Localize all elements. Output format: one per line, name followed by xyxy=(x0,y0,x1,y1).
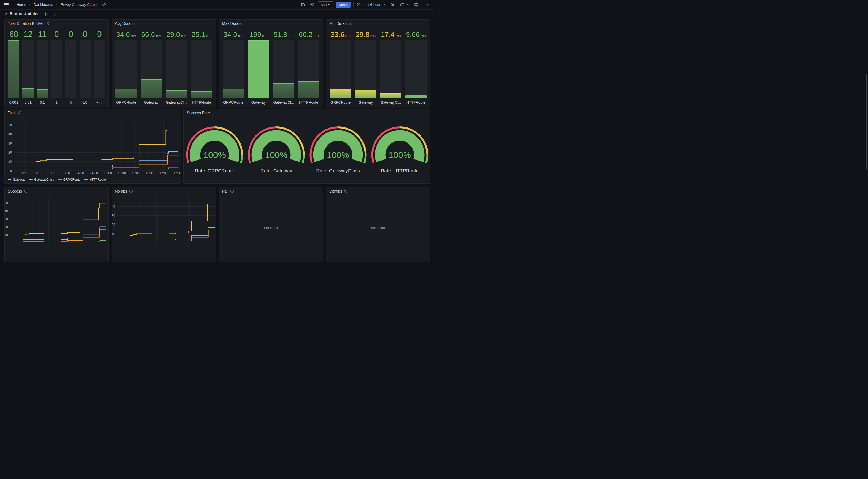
breadcrumb-separator: › xyxy=(56,3,58,7)
breadcrumb-dashboards[interactable]: Dashboards xyxy=(34,3,53,7)
hamburger-menu-icon[interactable] xyxy=(3,2,9,8)
bar-track xyxy=(191,40,212,98)
nav-collapse-chevron-icon[interactable] xyxy=(425,2,431,8)
x-axis-tick-label: 12:00 xyxy=(20,171,28,175)
bar-cap xyxy=(330,89,351,89)
panel-title[interactable]: Min Duration xyxy=(330,22,350,26)
refresh-interval-chevron-icon[interactable] xyxy=(407,2,410,8)
bar-cap xyxy=(380,93,401,94)
y-axis-tick-label: 0 xyxy=(10,169,12,173)
success-timeseries-chart[interactable]: 1020304050 xyxy=(5,187,108,240)
time-range-picker[interactable]: Last 6 hours xyxy=(356,3,387,7)
refresh-icon[interactable] xyxy=(399,2,405,8)
panel-title[interactable]: Success Rate xyxy=(187,111,210,115)
bar-track xyxy=(141,40,162,98)
bar-fill xyxy=(80,98,90,98)
bar-value: 34.0ms xyxy=(223,27,244,38)
info-icon[interactable] xyxy=(18,111,22,114)
bar-cell: 29.0msGatewayCl... xyxy=(166,27,187,105)
gauge-value: 100% xyxy=(389,150,411,160)
legend-swatch xyxy=(29,179,33,180)
bar-cap xyxy=(248,40,269,41)
legend-label: HTTPRoute xyxy=(89,178,106,181)
save-dashboard-icon[interactable] xyxy=(300,2,306,8)
panel-title[interactable]: Avg Duration xyxy=(115,22,137,26)
panel-title[interactable]: Fail xyxy=(222,189,228,193)
legend-item-gateway[interactable]: Gateway xyxy=(8,178,25,181)
bar-cell: 120.01 xyxy=(23,27,33,105)
row-collapse-chevron-icon[interactable] xyxy=(4,13,7,15)
bar-cell: 66.6msGateway xyxy=(141,27,162,105)
bar-value-unit: ms xyxy=(262,34,268,38)
total-timeseries-chart[interactable]: 0102030405012:0012:3013:0013:3014:0014:3… xyxy=(5,109,181,183)
y-axis-tick-label: 20 xyxy=(5,225,8,229)
bar-cell: 0+Inf xyxy=(94,27,105,105)
legend-item-grpcroute[interactable]: GRPCRoute xyxy=(58,178,81,181)
legend-item-httproute[interactable]: HTTPRoute xyxy=(84,178,106,181)
row-title[interactable]: Status Updater xyxy=(9,12,39,16)
y-axis-tick-label: 40 xyxy=(112,205,115,208)
bar-fill xyxy=(380,93,401,98)
panel-title[interactable]: Max Duration xyxy=(222,22,244,26)
bar-category-label: GatewayCl... xyxy=(166,98,187,105)
panel-conflict: Conflict No data xyxy=(326,187,430,240)
bar-category-label: +Inf xyxy=(94,98,105,105)
x-axis-tick-label: 17:00 xyxy=(159,171,167,175)
favorite-star-icon[interactable] xyxy=(101,2,107,8)
bar-category-label: HTTPRoute xyxy=(191,98,212,105)
bar-value: 12 xyxy=(23,27,33,38)
bar-cell: 199msGateway xyxy=(248,27,269,105)
info-icon[interactable] xyxy=(45,22,49,25)
row-header: Status Updater xyxy=(4,11,58,17)
info-icon[interactable] xyxy=(230,190,234,193)
panel-title[interactable]: Conflict xyxy=(330,189,342,193)
info-icon[interactable] xyxy=(344,190,347,193)
panel-title[interactable]: Success xyxy=(8,189,22,193)
bar-gauge-max-duration: 34.0msGRPCRoute199msGateway51.8msGateway… xyxy=(223,27,319,105)
bar-cap xyxy=(116,89,137,89)
bar-cap xyxy=(355,90,376,90)
bar-gauge-min-duration: 33.6msGRPCRoute29.8msGateway17.4msGatewa… xyxy=(330,27,427,105)
bar-value: 199ms xyxy=(248,27,269,38)
bar-fill xyxy=(330,89,351,98)
panel-success: Success 1020304050 xyxy=(4,187,109,240)
bar-value: 33.6ms xyxy=(330,27,351,38)
breadcrumb-home[interactable]: Home xyxy=(17,3,26,7)
chart-legend: GatewayGatewayClassGRPCRouteHTTPRoute xyxy=(8,178,106,181)
bar-cap xyxy=(8,40,19,41)
bar-category-label: GRPCRoute xyxy=(330,98,351,105)
success-rate-gauges: 100%Rate: GRPCRoute100%Rate: Gateway100%… xyxy=(184,109,430,183)
bar-cap xyxy=(141,79,162,80)
series-line-grpcroute xyxy=(166,168,179,169)
zoom-out-time-icon[interactable] xyxy=(390,2,396,8)
bar-cell: 51.8msGatewayCl... xyxy=(273,27,294,105)
noops-timeseries-chart[interactable]: 10203040 xyxy=(112,187,216,240)
info-icon[interactable] xyxy=(24,190,28,193)
bar-cell: 33.6msGRPCRoute xyxy=(330,27,351,105)
row-settings-gear-icon[interactable] xyxy=(43,11,49,17)
bar-track xyxy=(80,40,90,98)
add-button[interactable]: Add xyxy=(318,1,333,8)
panel-title[interactable]: No-ops xyxy=(115,189,127,193)
row-delete-trash-icon[interactable] xyxy=(52,11,58,17)
bar-track xyxy=(23,40,33,98)
series-line-httproute xyxy=(23,230,106,240)
bar-category-label: 1 xyxy=(51,98,62,105)
add-button-label: Add xyxy=(320,3,327,7)
dashboard-settings-gear-icon[interactable] xyxy=(309,2,315,8)
info-icon[interactable] xyxy=(129,190,133,193)
bar-cell: 29.8msGateway xyxy=(355,27,376,105)
share-button[interactable]: Share xyxy=(336,2,350,8)
panel-fail: Fail No data xyxy=(219,187,323,240)
bar-cap xyxy=(94,98,105,98)
bar-fill xyxy=(23,88,33,98)
tv-mode-icon[interactable] xyxy=(413,2,419,8)
bar-category-label: GRPCRoute xyxy=(116,98,137,105)
bar-cap xyxy=(37,89,48,90)
y-axis-tick-label: 50 xyxy=(8,124,12,127)
legend-item-gatewayclass[interactable]: GatewayClass xyxy=(29,178,54,181)
no-data-message: No data xyxy=(219,226,323,230)
panel-title[interactable]: Total xyxy=(8,111,16,115)
panel-title[interactable]: Total Duration Bucket xyxy=(8,22,43,26)
panel-max-duration: Max Duration 34.0msGRPCRoute199msGateway… xyxy=(219,20,323,108)
